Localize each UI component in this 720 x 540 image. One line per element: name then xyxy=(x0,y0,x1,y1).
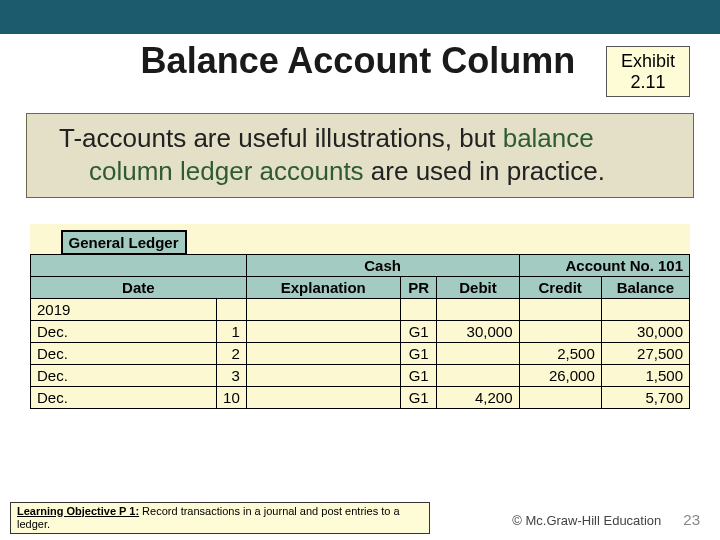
table-row: Dec. 3 G1 26,000 1,500 xyxy=(31,365,690,387)
ledger-account-row: Cash Account No. 101 xyxy=(31,255,690,277)
col-date: Date xyxy=(31,277,247,299)
col-debit: Debit xyxy=(437,277,519,299)
col-explanation: Explanation xyxy=(246,277,400,299)
ledger-title: General Ledger xyxy=(61,230,187,254)
col-balance: Balance xyxy=(601,277,689,299)
callout-post: are used in practice. xyxy=(364,156,605,186)
slide-title: Balance Account Column xyxy=(30,40,606,82)
ledger-title-row: General Ledger xyxy=(31,224,217,254)
ledger-header-row: Date Explanation PR Debit Credit Balance xyxy=(31,277,690,299)
callout-pre: T-accounts are useful illustrations, but xyxy=(59,123,503,153)
exhibit-label: Exhibit xyxy=(621,51,675,72)
ledger-container: General Ledger Cash Account No. 101 Date… xyxy=(30,224,690,409)
table-row: Dec. 2 G1 2,500 27,500 xyxy=(31,343,690,365)
col-credit: Credit xyxy=(519,277,601,299)
table-row: 2019 xyxy=(31,299,690,321)
lo-label: Learning Objective P 1: xyxy=(17,505,139,517)
learning-objective-box: Learning Objective P 1: Record transacti… xyxy=(10,502,430,534)
col-pr: PR xyxy=(400,277,437,299)
callout-em1: balance xyxy=(503,123,594,153)
callout-box: T-accounts are useful illustrations, but… xyxy=(26,113,694,198)
exhibit-badge: Exhibit 2.11 xyxy=(606,46,690,97)
table-row: Dec. 1 G1 30,000 30,000 xyxy=(31,321,690,343)
page-number: 23 xyxy=(683,511,700,534)
ledger-table: General Ledger Cash Account No. 101 Date… xyxy=(30,224,690,409)
ledger-account-no: Account No. 101 xyxy=(519,255,690,277)
exhibit-number: 2.11 xyxy=(621,72,675,93)
copyright: © Mc.Graw-Hill Education xyxy=(430,513,683,534)
callout-em2: column ledger accounts xyxy=(89,156,364,186)
top-color-bar xyxy=(0,0,720,34)
table-row: Dec. 10 G1 4,200 5,700 xyxy=(31,387,690,409)
ledger-account-name: Cash xyxy=(246,255,519,277)
footer: Learning Objective P 1: Record transacti… xyxy=(0,502,720,540)
title-row: Balance Account Column Exhibit 2.11 xyxy=(0,34,720,97)
